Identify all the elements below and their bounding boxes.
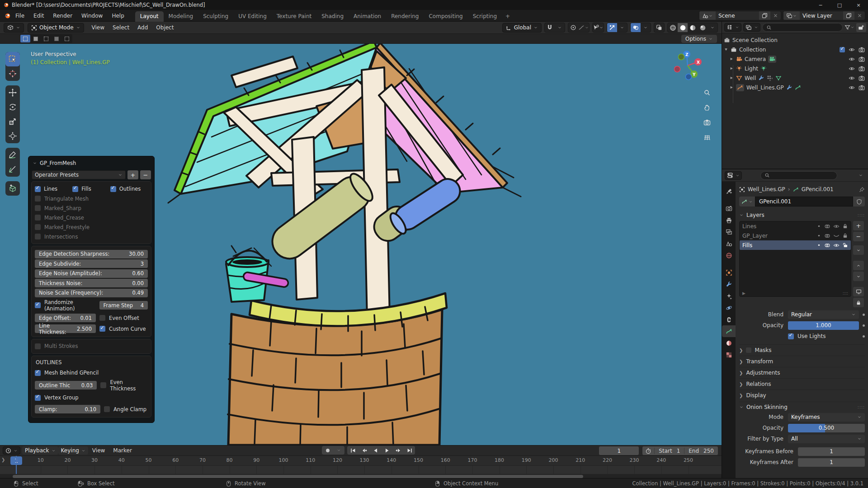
tab-tool[interactable] xyxy=(722,185,736,197)
lock-icon[interactable] xyxy=(842,233,848,239)
layer-specials-menu[interactable] xyxy=(853,245,864,255)
outliner-display-mode-button[interactable] xyxy=(743,23,760,32)
new-collection-button[interactable] xyxy=(856,23,866,32)
ortho-perspective-button[interactable] xyxy=(702,132,712,143)
lock-others-button[interactable] xyxy=(853,298,864,307)
section-adjustments[interactable]: ❯Adjustments xyxy=(739,367,865,378)
menu-edit[interactable]: Edit xyxy=(29,13,48,19)
properties-options-button[interactable] xyxy=(856,171,866,180)
show-overlays-toggle[interactable] xyxy=(631,23,641,32)
layer-row-fills[interactable]: Fills xyxy=(740,240,851,250)
axis-neg-x-handle[interactable] xyxy=(675,66,680,72)
hide-viewport-eye-icon[interactable] xyxy=(849,84,855,91)
layer-row-lines[interactable]: Lines xyxy=(740,221,851,231)
hide-eye-icon[interactable] xyxy=(833,223,840,230)
workspace-tab-sculpting[interactable]: Sculpting xyxy=(198,11,233,22)
datablock-name-field[interactable]: GPencil.001 xyxy=(755,197,853,206)
fake-user-button[interactable] xyxy=(853,197,865,206)
pin-icon[interactable] xyxy=(859,187,865,192)
edge-subdivide-slider[interactable]: Edge Subdivide:3 xyxy=(35,259,148,268)
preset-remove-button[interactable]: − xyxy=(140,170,151,179)
blend-dropdown[interactable]: Regular xyxy=(788,310,859,319)
tool-cursor[interactable] xyxy=(5,66,20,81)
hide-eye-icon[interactable] xyxy=(833,242,840,249)
menu-render[interactable]: Render xyxy=(48,13,77,19)
tab-material[interactable] xyxy=(722,337,736,349)
lock-icon[interactable] xyxy=(842,223,848,229)
snap-settings-dropdown[interactable] xyxy=(555,23,565,32)
marked-freestyle-checkbox[interactable] xyxy=(35,224,41,230)
disclosure-triangle-icon[interactable] xyxy=(724,47,728,52)
breadcrumb-object[interactable]: Well_Lines.GP xyxy=(748,186,785,192)
mode-dropdown[interactable]: Object Mode xyxy=(28,23,84,33)
workspace-tab-modeling[interactable]: Modeling xyxy=(164,11,198,22)
axis-neg-z-handle[interactable] xyxy=(686,74,692,80)
select-mode-box[interactable] xyxy=(31,35,41,42)
select-mode-lasso[interactable] xyxy=(52,35,61,42)
outliner-search-input[interactable] xyxy=(762,23,843,32)
even-offset-checkbox[interactable] xyxy=(99,315,105,321)
tool-rotate[interactable] xyxy=(5,100,20,114)
shading-solid-button[interactable] xyxy=(678,23,688,32)
fills-checkbox[interactable] xyxy=(72,186,78,192)
triangulate-mesh-checkbox[interactable] xyxy=(35,196,41,202)
tab-constraints[interactable] xyxy=(722,314,736,325)
gizmo-dropdown[interactable] xyxy=(617,23,627,32)
outline-thickness-field[interactable]: Outline Thic0.03 xyxy=(35,381,97,389)
line-thickness-field[interactable]: Line Thickness:2.500 xyxy=(35,324,96,333)
menu-window[interactable]: Window xyxy=(77,13,107,19)
frame-start-field[interactable]: Start1 xyxy=(654,448,684,454)
shading-rendered-button[interactable] xyxy=(698,23,708,32)
show-gizmo-toggle[interactable] xyxy=(607,23,617,32)
move-layer-up-button[interactable] xyxy=(853,261,864,270)
shading-material-button[interactable] xyxy=(688,23,698,32)
clamp-field[interactable]: Clamp:0.10 xyxy=(35,405,100,413)
tab-effects[interactable] xyxy=(722,290,736,302)
outliner-row-camera[interactable]: Camera xyxy=(722,54,868,64)
properties-editor-type-button[interactable] xyxy=(725,171,742,180)
tab-view-layer[interactable] xyxy=(722,226,736,238)
outliner-filter-button[interactable] xyxy=(844,23,854,32)
tool-transform[interactable] xyxy=(5,129,20,143)
workspace-tab-scripting[interactable]: Scripting xyxy=(468,11,502,22)
layer-row-gp-layer[interactable]: GP_Layer xyxy=(740,231,851,240)
editor-type-button[interactable] xyxy=(4,23,24,33)
transform-orientation-dropdown[interactable]: Global xyxy=(502,23,542,33)
breadcrumb-data[interactable]: GPencil.001 xyxy=(802,186,834,192)
intersections-checkbox[interactable] xyxy=(35,234,41,239)
menu-select[interactable]: Select xyxy=(108,24,133,31)
snap-toggle[interactable] xyxy=(545,23,555,32)
custom-curve-checkbox[interactable] xyxy=(99,326,105,332)
timeline-view-menu[interactable]: View xyxy=(88,447,109,454)
menu-view[interactable]: View xyxy=(88,24,108,31)
disable-render-camera-icon[interactable] xyxy=(859,66,865,72)
onion-filter-dropdown[interactable]: All xyxy=(788,435,865,443)
vertex-group-checkbox[interactable] xyxy=(35,395,41,401)
next-keyframe-button[interactable] xyxy=(392,446,404,455)
disable-render-camera-icon[interactable] xyxy=(859,47,865,53)
blender-menu-icon[interactable] xyxy=(4,12,11,19)
delete-view-layer-button[interactable] xyxy=(854,11,865,20)
outlines-checkbox[interactable] xyxy=(110,186,116,192)
options-button[interactable]: Options xyxy=(681,35,717,43)
tool-measure[interactable] xyxy=(5,162,20,177)
opacity-slider[interactable]: 1.000 xyxy=(788,321,859,330)
axis-neg-y-handle[interactable] xyxy=(679,54,684,60)
preview-range-toggle[interactable] xyxy=(642,448,654,454)
noise-scale-frequency-slider[interactable]: Noise Scale (Frequency):0.49 xyxy=(35,289,148,297)
workspace-tab-compositing[interactable]: Compositing xyxy=(424,11,467,22)
tab-physics[interactable] xyxy=(722,302,736,314)
tab-render[interactable] xyxy=(722,202,736,214)
onion-opacity-slider[interactable]: 0.500 xyxy=(788,424,865,432)
workspace-tab-animation[interactable]: Animation xyxy=(349,11,386,22)
hide-viewport-eye-icon[interactable] xyxy=(849,56,855,62)
edge-offset-field[interactable]: Edge Offset:0.01 xyxy=(35,314,96,322)
disable-render-camera-icon[interactable] xyxy=(859,84,865,91)
timeline-marker-menu[interactable]: Marker xyxy=(109,447,136,454)
timeline-tracks[interactable] xyxy=(0,466,722,474)
even-thickness-checkbox[interactable] xyxy=(100,382,106,388)
outliner-row-scene-collection[interactable]: Scene Collection xyxy=(722,35,868,45)
scene-selector[interactable]: Scene xyxy=(699,11,781,20)
workspace-tab-texture-paint[interactable]: Texture Paint xyxy=(272,11,316,22)
edge-noise-amplitude-slider[interactable]: Edge Noise (Amplitude):0.60 xyxy=(35,269,148,278)
